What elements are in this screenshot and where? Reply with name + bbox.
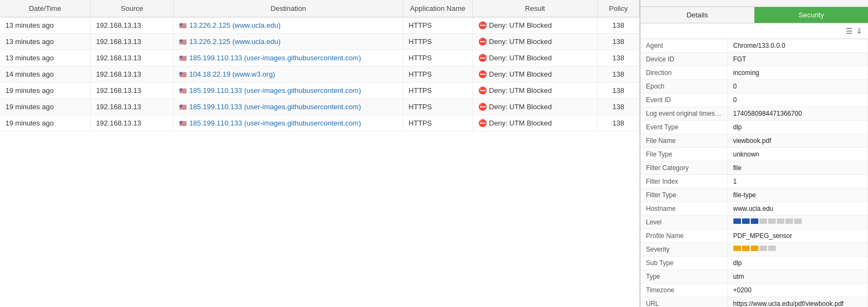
detail-row: Filter Category file	[641, 161, 868, 175]
detail-row: File Name viewbook.pdf	[641, 134, 868, 148]
detail-value: https://www.ucla.edu/pdf/viewbook.pdf	[733, 300, 844, 307]
detail-value-cell: https://www.ucla.edu/pdf/viewbook.pdf	[727, 297, 868, 308]
dlp-download-icon-button[interactable]: ⇓	[856, 27, 863, 35]
cell-app: HTTPS	[403, 115, 472, 131]
detail-value-cell: PDF_MPEG_sensor	[727, 229, 868, 243]
cell-policy: 138	[598, 66, 639, 83]
detail-value-cell: 1740580984471366700	[727, 107, 868, 121]
deny-icon: ⛔	[478, 54, 487, 62]
cell-result: ⛔Deny: UTM Blocked	[472, 66, 597, 83]
cell-policy: 138	[598, 17, 639, 34]
detail-value-cell: 0	[727, 80, 868, 93]
detail-value: FGT	[733, 55, 746, 63]
detail-row: Timezone +0200	[641, 284, 868, 297]
cell-source: 192.168.13.13	[90, 34, 174, 50]
dest-link[interactable]: 104.18.22.19 (www.w3.org)	[189, 70, 275, 78]
detail-key: Device ID	[641, 53, 727, 66]
dest-flag-icon: 🇺🇸	[179, 104, 187, 111]
dest-link[interactable]: 185.199.110.133 (user-images.githubuserc…	[189, 119, 361, 127]
dest-link[interactable]: 185.199.110.133 (user-images.githubuserc…	[189, 86, 361, 95]
detail-value: 1	[733, 178, 737, 185]
cell-destination: 🇺🇸13.226.2.125 (www.ucla.edu)	[174, 34, 403, 50]
dlp-list-icon-button[interactable]: ☰	[846, 27, 853, 35]
cell-app: HTTPS	[403, 66, 472, 83]
detail-key: Severity	[641, 243, 727, 256]
cell-source: 192.168.13.13	[90, 115, 174, 131]
cell-policy: 138	[598, 50, 639, 66]
cell-source: 192.168.13.13	[90, 83, 174, 99]
detail-value-cell: +0200	[727, 284, 868, 297]
detail-key: Agent	[641, 39, 727, 53]
detail-row: Device ID FGT	[641, 53, 868, 66]
table-row[interactable]: 19 minutes ago 192.168.13.13 🇺🇸185.199.1…	[0, 115, 639, 131]
table-row[interactable]: 13 minutes ago 192.168.13.13 🇺🇸185.199.1…	[0, 50, 639, 66]
table-row[interactable]: 13 minutes ago 192.168.13.13 🇺🇸13.226.2.…	[0, 34, 639, 50]
dest-link[interactable]: 185.199.110.133 (user-images.githubuserc…	[189, 103, 361, 111]
table-row[interactable]: 19 minutes ago 192.168.13.13 🇺🇸185.199.1…	[0, 99, 639, 115]
cell-datetime: 13 minutes ago	[0, 34, 90, 50]
detail-value-cell: unknown	[727, 148, 868, 161]
dest-link[interactable]: 13.226.2.125 (www.ucla.edu)	[189, 21, 280, 29]
detail-value-cell: 0	[727, 93, 868, 107]
detail-key: Profile Name	[641, 229, 727, 243]
detail-key: Hostname	[641, 202, 727, 216]
severity-bar-seg	[759, 246, 767, 251]
cell-destination: 🇺🇸104.18.22.19 (www.w3.org)	[174, 66, 403, 83]
detail-key: Filter Category	[641, 161, 727, 175]
detail-row: URL https://www.ucla.edu/pdf/viewbook.pd…	[641, 297, 868, 308]
detail-key: Level	[641, 216, 727, 229]
dest-link[interactable]: 185.199.110.133 (user-images.githubuserc…	[189, 54, 361, 62]
tab-details[interactable]: Details	[641, 7, 755, 23]
cell-policy: 138	[598, 115, 639, 131]
col-header-app: Application Name	[403, 0, 472, 17]
detail-key: Epoch	[641, 80, 727, 93]
cell-result: ⛔Deny: UTM Blocked	[472, 50, 597, 66]
cell-datetime: 13 minutes ago	[0, 17, 90, 34]
dest-flag-icon: 🇺🇸	[179, 120, 187, 127]
table-body: 13 minutes ago 192.168.13.13 🇺🇸13.226.2.…	[0, 17, 639, 131]
detail-key: Timezone	[641, 284, 727, 297]
dlp-sensor-bar: ☰ ⇓	[641, 23, 868, 39]
table-row[interactable]: 13 minutes ago 192.168.13.13 🇺🇸13.226.2.…	[0, 17, 639, 34]
tab-security[interactable]: Security	[755, 7, 868, 23]
cell-destination: 🇺🇸13.226.2.125 (www.ucla.edu)	[174, 17, 403, 34]
detail-row: File Type unknown	[641, 148, 868, 161]
detail-key: Event Type	[641, 121, 727, 134]
level-bar-container	[733, 218, 863, 224]
detail-key: Type	[641, 270, 727, 284]
detail-value-cell: www.ucla.edu	[727, 202, 868, 216]
table-row[interactable]: 14 minutes ago 192.168.13.13 🇺🇸104.18.22…	[0, 66, 639, 83]
detail-value: incoming	[733, 69, 759, 77]
detail-key: Log event original timestamp	[641, 107, 727, 121]
table-row[interactable]: 19 minutes ago 192.168.13.13 🇺🇸185.199.1…	[0, 83, 639, 99]
cell-source: 192.168.13.13	[90, 50, 174, 66]
detail-value-cell: file	[727, 161, 868, 175]
level-bar-seg	[785, 218, 793, 224]
deny-icon: ⛔	[478, 103, 487, 111]
detail-value: utm	[733, 273, 744, 280]
dest-link[interactable]: 13.226.2.125 (www.ucla.edu)	[189, 37, 280, 46]
detail-value: dlp	[733, 259, 742, 267]
dest-flag-icon: 🇺🇸	[179, 22, 187, 29]
table-header-row: Date/Time Source Destination Application…	[0, 0, 639, 17]
detail-value-cell: file-type	[727, 189, 868, 202]
dest-flag-icon: 🇺🇸	[179, 55, 187, 62]
detail-value: file	[733, 164, 742, 172]
detail-key: Event ID	[641, 93, 727, 107]
cell-datetime: 19 minutes ago	[0, 99, 90, 115]
panel-header	[641, 0, 868, 7]
detail-value-cell: dlp	[727, 256, 868, 270]
cell-destination: 🇺🇸185.199.110.133 (user-images.githubuse…	[174, 83, 403, 99]
detail-row: Direction incoming	[641, 66, 868, 80]
detail-value: +0200	[733, 286, 752, 294]
cell-result: ⛔Deny: UTM Blocked	[472, 17, 597, 34]
detail-value-cell: viewbook.pdf	[727, 134, 868, 148]
detail-value-cell: FGT	[727, 53, 868, 66]
cell-datetime: 14 minutes ago	[0, 66, 90, 83]
cell-app: HTTPS	[403, 50, 472, 66]
detail-value-cell: Chrome/133.0.0.0	[727, 39, 868, 53]
main-table-area: Date/Time Source Destination Application…	[0, 0, 640, 307]
detail-row: Profile Name PDF_MPEG_sensor	[641, 229, 868, 243]
detail-row: Event Type dlp	[641, 121, 868, 134]
cell-result: ⛔Deny: UTM Blocked	[472, 83, 597, 99]
